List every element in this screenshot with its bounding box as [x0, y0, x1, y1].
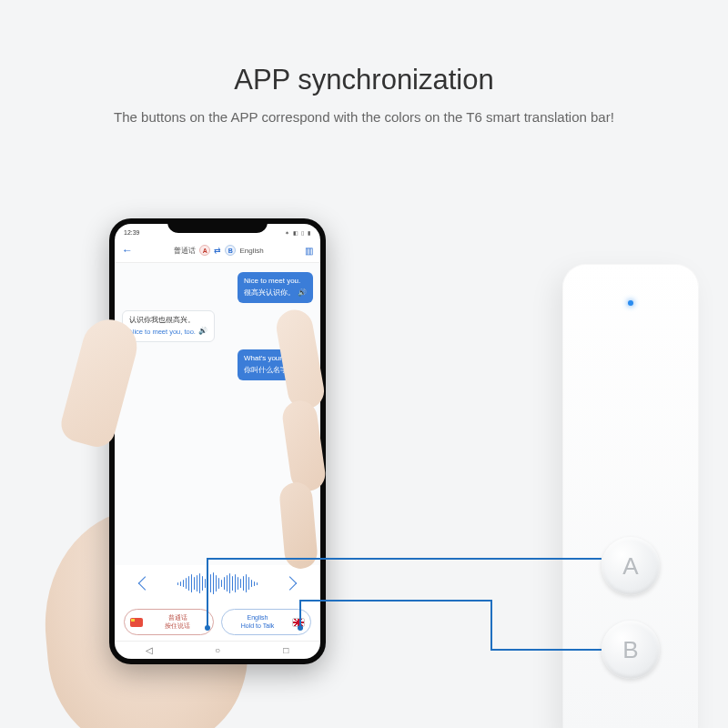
device-button-b[interactable]: B [602, 621, 660, 679]
hold-to-talk-a-button[interactable]: 普通话 按住说话 [124, 609, 214, 635]
device-button-a[interactable]: A [602, 537, 660, 595]
bubble-source-text: 认识你我也很高兴。 [129, 316, 207, 326]
hold-to-talk-b-button[interactable]: English Hold to Talk [221, 609, 311, 635]
translator-device: A B [562, 264, 699, 728]
talk-a-hold: 按住说话 [165, 622, 190, 630]
chip-a-icon: A [199, 245, 210, 256]
history-icon[interactable]: ▥ [305, 246, 313, 256]
sound-icon[interactable]: 🔊 [198, 327, 207, 337]
phone-notch [167, 218, 268, 233]
nav-recent-icon[interactable]: □ [280, 645, 291, 655]
talk-b-hold: Hold to Talk [241, 622, 274, 630]
chat-bubble: 认识你我也很高兴。 Nice to meet you, too.🔊 [122, 310, 215, 343]
swap-icon[interactable]: ⇄ [214, 246, 221, 255]
flag-cn-icon [130, 618, 143, 627]
page-title: APP synchronization [0, 64, 728, 96]
status-time: 12:39 [124, 229, 140, 236]
lang-b-label[interactable]: English [239, 247, 263, 255]
talk-b-lang: English [248, 614, 268, 622]
page-subtitle: The buttons on the APP correspond with t… [0, 109, 728, 125]
android-navbar: ◁ ○ □ [115, 641, 320, 659]
bubble-translated-text: Nice to meet you, too. [129, 328, 196, 337]
device-led-icon [628, 300, 633, 306]
waveform [115, 565, 320, 602]
bubble-translated-text: 很高兴认识你。 [244, 288, 295, 298]
status-icons: ✶ ◧ ▯ ▮ [285, 229, 311, 236]
chat-bubble: Nice to meet you. 很高兴认识你。🔊 [238, 272, 313, 303]
sound-icon[interactable]: 🔊 [298, 288, 307, 298]
chip-b-icon: B [225, 245, 236, 256]
back-icon[interactable]: ← [122, 244, 133, 257]
talk-a-lang: 普通话 [168, 614, 187, 622]
flag-uk-icon [292, 618, 305, 627]
lang-a-label[interactable]: 普通话 [174, 246, 196, 256]
nav-back-icon[interactable]: ◁ [144, 645, 155, 655]
bubble-source-text: Nice to meet you. [244, 277, 307, 287]
nav-home-icon[interactable]: ○ [212, 645, 223, 655]
app-language-bar: ← 普通话 A ⇄ B English ▥ [115, 238, 320, 263]
